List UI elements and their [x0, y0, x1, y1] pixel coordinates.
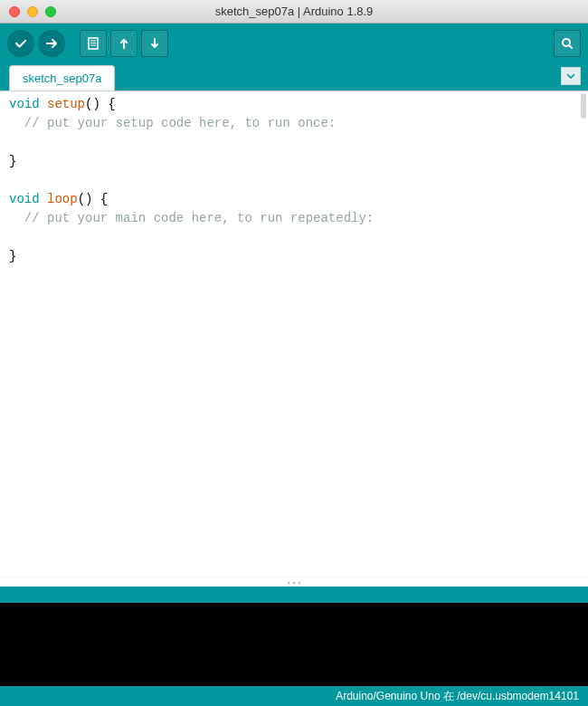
window-title: sketch_sep07a | Arduino 1.8.9 [0, 5, 588, 18]
code-text: } [9, 154, 16, 168]
code-text: } [9, 249, 16, 263]
console-output [0, 603, 588, 686]
tab-bar: sketch_sep07a [0, 63, 588, 91]
status-text: Arduino/Genuino Uno 在 /dev/cu.usbmodem14… [336, 689, 579, 704]
toolbar [0, 24, 588, 63]
minimize-window-button[interactable] [27, 6, 38, 17]
svg-line-5 [569, 45, 572, 48]
function-name: setup [47, 97, 85, 111]
vertical-scrollbar[interactable] [581, 93, 586, 119]
keyword: void [9, 192, 40, 206]
close-window-button[interactable] [9, 6, 20, 17]
tab-active[interactable]: sketch_sep07a [9, 65, 115, 91]
code-editor[interactable]: void setup() { // put your setup code he… [0, 91, 588, 577]
verify-button[interactable] [7, 30, 34, 57]
svg-point-6 [288, 581, 289, 583]
status-bar: Arduino/Genuino Uno 在 /dev/cu.usbmodem14… [0, 686, 588, 706]
comment: // put your main code here, to run repea… [9, 211, 374, 225]
comment: // put your setup code here, to run once… [9, 116, 336, 130]
titlebar: sketch_sep07a | Arduino 1.8.9 [0, 0, 588, 24]
zoom-window-button[interactable] [45, 6, 56, 17]
code-text: () { [85, 97, 116, 111]
console-resize-handle[interactable] [0, 577, 588, 587]
code-text: () { [78, 192, 109, 206]
keyword: void [9, 97, 40, 111]
new-sketch-button[interactable] [80, 30, 107, 57]
traffic-lights [0, 6, 56, 17]
code-content: void setup() { // put your setup code he… [0, 91, 588, 270]
upload-button[interactable] [38, 30, 65, 57]
save-sketch-button[interactable] [141, 30, 168, 57]
serial-monitor-button[interactable] [554, 30, 581, 57]
svg-point-7 [293, 581, 295, 583]
console-header [0, 587, 588, 603]
open-sketch-button[interactable] [110, 30, 138, 57]
function-name: loop [47, 192, 78, 206]
svg-point-8 [299, 581, 300, 583]
tab-menu-button[interactable] [561, 67, 581, 85]
